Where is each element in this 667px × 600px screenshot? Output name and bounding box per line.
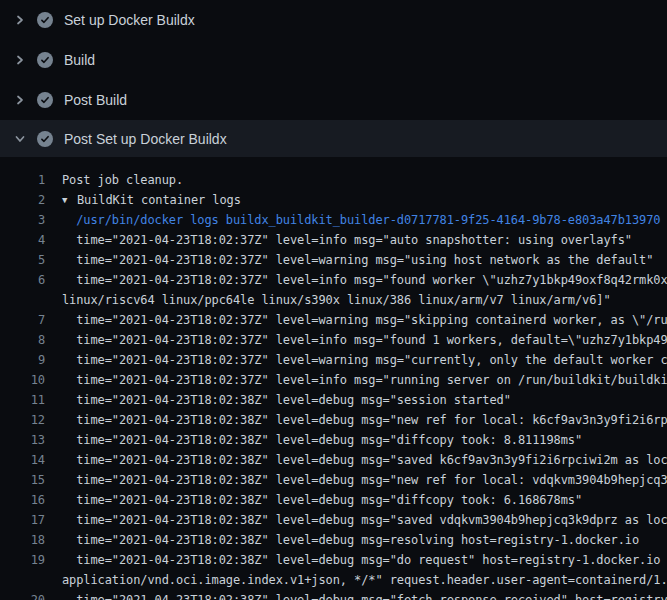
- log-group-label: BuildKit container logs: [77, 193, 241, 207]
- step-header-build[interactable]: Build: [0, 40, 667, 80]
- log-text: time="2021-04-23T18:02:38Z" level=debug …: [45, 430, 582, 450]
- log-line-number[interactable]: 3: [0, 210, 45, 230]
- log-row: 2▼BuildKit container logs: [0, 190, 667, 210]
- log-row: 15 time="2021-04-23T18:02:38Z" level=deb…: [0, 470, 667, 490]
- log-row: 18 time="2021-04-23T18:02:38Z" level=deb…: [0, 530, 667, 550]
- check-circle-icon: [37, 131, 53, 147]
- log-text: linux/riscv64 linux/ppc64le linux/s390x …: [45, 290, 611, 310]
- log-line-number[interactable]: 8: [0, 330, 45, 350]
- log-row: 4 time="2021-04-23T18:02:37Z" level=info…: [0, 230, 667, 250]
- log-text: time="2021-04-23T18:02:37Z" level=warnin…: [45, 350, 667, 370]
- log-line-number[interactable]: 16: [0, 490, 45, 510]
- log-row: 20 time="2021-04-23T18:02:38Z" level=deb…: [0, 590, 667, 600]
- actions-log-panel: Set up Docker BuildxBuildPost BuildPost …: [0, 0, 667, 600]
- log-text: time="2021-04-23T18:02:37Z" level=info m…: [45, 370, 667, 390]
- log-command-text: /usr/bin/docker logs buildx_buildkit_bui…: [45, 210, 660, 230]
- log-text: time="2021-04-23T18:02:38Z" level=debug …: [45, 590, 667, 600]
- check-circle-icon: [37, 12, 53, 28]
- log-text: time="2021-04-23T18:02:37Z" level=info m…: [45, 330, 667, 350]
- log-line-number[interactable]: 4: [0, 230, 45, 250]
- log-line-number: [0, 570, 45, 590]
- log-text: time="2021-04-23T18:02:37Z" level=info m…: [45, 270, 667, 290]
- log-row: 16 time="2021-04-23T18:02:38Z" level=deb…: [0, 490, 667, 510]
- log-row: 14 time="2021-04-23T18:02:38Z" level=deb…: [0, 450, 667, 470]
- group-collapse-icon[interactable]: ▼: [62, 190, 77, 210]
- chevron-right-icon: [12, 12, 28, 28]
- log-line-number: [0, 290, 45, 310]
- log-text: time="2021-04-23T18:02:38Z" level=debug …: [45, 490, 582, 510]
- log-text: time="2021-04-23T18:02:38Z" level=debug …: [45, 390, 511, 410]
- log-text: time="2021-04-23T18:02:38Z" level=debug …: [45, 410, 667, 430]
- log-text: time="2021-04-23T18:02:37Z" level=info m…: [45, 230, 632, 250]
- log-line-number[interactable]: 5: [0, 250, 45, 270]
- log-line-number[interactable]: 14: [0, 450, 45, 470]
- log-line-number[interactable]: 17: [0, 510, 45, 530]
- log-line-number[interactable]: 18: [0, 530, 45, 550]
- log-line-number[interactable]: 19: [0, 550, 45, 570]
- log-row-wrap: linux/riscv64 linux/ppc64le linux/s390x …: [0, 290, 667, 310]
- log-line-number[interactable]: 15: [0, 470, 45, 490]
- log-line-number[interactable]: 13: [0, 430, 45, 450]
- check-circle-icon: [37, 52, 53, 68]
- log-row: 6 time="2021-04-23T18:02:37Z" level=info…: [0, 270, 667, 290]
- log-line-number[interactable]: 6: [0, 270, 45, 290]
- log-text: time="2021-04-23T18:02:38Z" level=debug …: [45, 510, 667, 530]
- step-label: Post Set up Docker Buildx: [64, 131, 227, 147]
- step-label: Post Build: [64, 92, 127, 108]
- log-line-number[interactable]: 7: [0, 310, 45, 330]
- log-row: 17 time="2021-04-23T18:02:38Z" level=deb…: [0, 510, 667, 530]
- step-label: Set up Docker Buildx: [64, 12, 195, 28]
- log-text: time="2021-04-23T18:02:38Z" level=debug …: [45, 470, 667, 490]
- log-text: Post job cleanup.: [45, 170, 183, 190]
- chevron-right-icon: [12, 52, 28, 68]
- log-row: 13 time="2021-04-23T18:02:38Z" level=deb…: [0, 430, 667, 450]
- log-row: 11 time="2021-04-23T18:02:38Z" level=deb…: [0, 390, 667, 410]
- log-text: time="2021-04-23T18:02:37Z" level=warnin…: [45, 310, 667, 330]
- check-circle-icon: [37, 92, 53, 108]
- log-text: time="2021-04-23T18:02:37Z" level=warnin…: [45, 250, 653, 270]
- log-group-row: ▼BuildKit container logs: [45, 190, 241, 210]
- log-line-number[interactable]: 2: [0, 190, 45, 210]
- log-line-number[interactable]: 9: [0, 350, 45, 370]
- step-header-post-set-up-docker-buildx[interactable]: Post Set up Docker Buildx: [0, 120, 667, 157]
- log-row-wrap: application/vnd.oci.image.index.v1+json,…: [0, 570, 667, 590]
- log-line-number[interactable]: 10: [0, 370, 45, 390]
- log-line-number[interactable]: 1: [0, 170, 45, 190]
- steps-list: Set up Docker BuildxBuildPost BuildPost …: [0, 0, 667, 157]
- log-row: 19 time="2021-04-23T18:02:38Z" level=deb…: [0, 550, 667, 570]
- step-label: Build: [64, 52, 95, 68]
- log-text: time="2021-04-23T18:02:38Z" level=debug …: [45, 450, 667, 470]
- log-row: 9 time="2021-04-23T18:02:37Z" level=warn…: [0, 350, 667, 370]
- log-row: 12 time="2021-04-23T18:02:38Z" level=deb…: [0, 410, 667, 430]
- log-line-number[interactable]: 12: [0, 410, 45, 430]
- chevron-down-icon: [12, 131, 28, 147]
- chevron-right-icon: [12, 92, 28, 108]
- step-header-post-build[interactable]: Post Build: [0, 80, 667, 120]
- log-text: application/vnd.oci.image.index.v1+json,…: [45, 570, 667, 590]
- log-row: 1Post job cleanup.: [0, 170, 667, 190]
- log-viewport[interactable]: 1Post job cleanup.2▼BuildKit container l…: [0, 157, 667, 600]
- log-row: 8 time="2021-04-23T18:02:37Z" level=info…: [0, 330, 667, 350]
- log-row: 7 time="2021-04-23T18:02:37Z" level=warn…: [0, 310, 667, 330]
- log-text: time="2021-04-23T18:02:38Z" level=debug …: [45, 550, 667, 570]
- log-text: time="2021-04-23T18:02:38Z" level=debug …: [45, 530, 639, 550]
- log-row: 3 /usr/bin/docker logs buildx_buildkit_b…: [0, 210, 667, 230]
- log-line-number[interactable]: 11: [0, 390, 45, 410]
- log-line-number[interactable]: 20: [0, 590, 45, 600]
- log-row: 10 time="2021-04-23T18:02:37Z" level=inf…: [0, 370, 667, 390]
- log-row: 5 time="2021-04-23T18:02:37Z" level=warn…: [0, 250, 667, 270]
- step-header-set-up-docker-buildx[interactable]: Set up Docker Buildx: [0, 0, 667, 40]
